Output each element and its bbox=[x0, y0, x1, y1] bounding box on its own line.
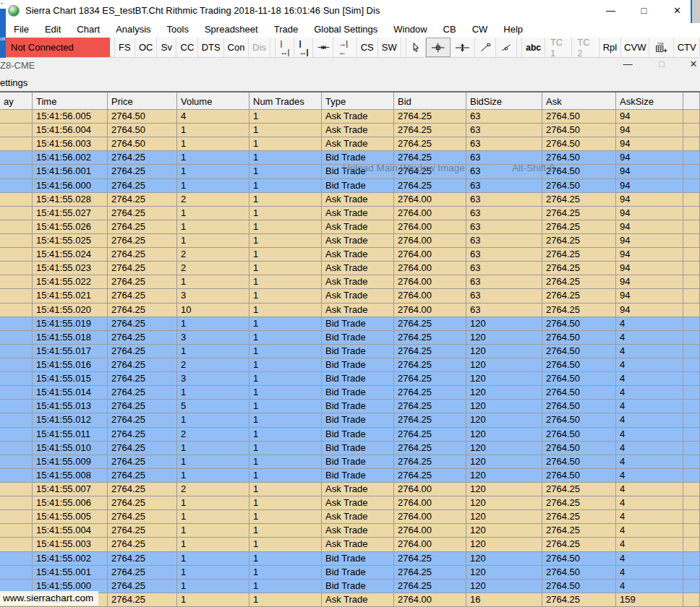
cell-ask: 2764.50 bbox=[542, 552, 616, 566]
cell-type: Ask Trade bbox=[322, 220, 394, 234]
cell-bid-size: 120 bbox=[466, 358, 542, 372]
header-price[interactable]: Price bbox=[108, 92, 177, 109]
cell-type: Bid Trade bbox=[322, 358, 394, 372]
disconnect-button[interactable]: Dis bbox=[249, 38, 270, 57]
menu-trade[interactable]: Trade bbox=[266, 22, 306, 38]
tc1-button[interactable]: TC 1 bbox=[545, 38, 572, 57]
scale-compress-icon[interactable]: ⇥⇤ bbox=[313, 38, 333, 57]
header-time[interactable]: Time bbox=[33, 92, 108, 109]
cell-volume: 1 bbox=[177, 275, 249, 289]
cell-type: Ask Trade bbox=[322, 496, 394, 510]
cs-button[interactable]: CS bbox=[357, 38, 378, 57]
cell-type: Ask Trade bbox=[322, 248, 394, 262]
trendline-tool-icon[interactable] bbox=[475, 38, 496, 57]
cell-time: 15:41:55.023 bbox=[33, 262, 108, 275]
time-sales-window-title: Z8-CME bbox=[0, 60, 35, 71]
cell-bid: 2764.00 bbox=[394, 262, 466, 275]
menu-spreadsheet[interactable]: Spreadsheet bbox=[197, 22, 266, 38]
header-day[interactable]: ay bbox=[0, 92, 33, 109]
cell-price: 2764.25 bbox=[108, 193, 177, 207]
table-row: 15:41:55.0022764.2511Bid Trade2764.25120… bbox=[0, 552, 700, 566]
oc-button[interactable]: OC bbox=[135, 38, 158, 57]
child-menu-settings[interactable]: ettings bbox=[0, 77, 27, 88]
cell-bid-size: 120 bbox=[466, 400, 542, 413]
menu-global-settings[interactable]: Global Settings bbox=[306, 22, 385, 38]
header-bid[interactable]: Bid bbox=[394, 92, 466, 109]
fs-button[interactable]: FS bbox=[114, 38, 135, 57]
close-button[interactable]: ✕ bbox=[661, 0, 693, 22]
ctv-button[interactable]: CTV bbox=[674, 38, 700, 57]
menu-analysis[interactable]: Analysis bbox=[108, 22, 158, 38]
cell-volume: 1 bbox=[177, 510, 249, 524]
cell-spacer bbox=[683, 510, 700, 524]
child-close-button[interactable]: ✕ bbox=[683, 58, 700, 71]
connect-button[interactable]: Con bbox=[224, 38, 249, 57]
scale-expand-icon[interactable]: |↔| bbox=[294, 38, 313, 57]
sv-button[interactable]: Sv bbox=[157, 38, 176, 57]
tc2-button[interactable]: TC 2 bbox=[572, 38, 599, 57]
table-row: 15:41:55.0142764.2511Bid Trade2764.25120… bbox=[0, 386, 700, 400]
menu-help[interactable]: Help bbox=[495, 22, 531, 38]
child-minimize-button[interactable]: — bbox=[617, 58, 639, 71]
header-bidsize[interactable]: BidSize bbox=[466, 92, 542, 109]
menu-tools[interactable]: Tools bbox=[159, 22, 197, 38]
cell-price: 2764.25 bbox=[108, 496, 177, 510]
pointer-tool-icon[interactable] bbox=[406, 38, 427, 57]
cell-day bbox=[0, 165, 33, 178]
menu-edit[interactable]: Edit bbox=[37, 22, 69, 38]
dts-button[interactable]: DTS bbox=[198, 38, 224, 57]
text-tool-button[interactable]: abc bbox=[521, 38, 545, 57]
header-num-trades[interactable]: Num Trades bbox=[249, 92, 322, 109]
menu-cb[interactable]: CB bbox=[435, 22, 464, 38]
cell-bid: 2764.00 bbox=[394, 304, 466, 317]
maximize-button[interactable]: □ bbox=[628, 0, 660, 22]
scale-range-icon[interactable]: |↔| bbox=[275, 38, 294, 57]
cell-day bbox=[0, 386, 33, 400]
cell-time: 15:41:55.018 bbox=[33, 331, 108, 345]
minimize-button[interactable]: — bbox=[594, 0, 627, 22]
table-header-row: ay Time Price Volume Num Trades Type Bid… bbox=[0, 91, 700, 110]
cell-bid: 2764.25 bbox=[394, 469, 466, 483]
cvw-button[interactable]: CVW bbox=[621, 38, 649, 57]
ray-tool-icon[interactable] bbox=[496, 38, 517, 57]
cell-type: Ask Trade bbox=[322, 234, 394, 248]
tvw-grid-icon[interactable]: TVW bbox=[649, 38, 674, 57]
cell-num-trades: 1 bbox=[249, 386, 322, 400]
cell-num-trades: 1 bbox=[249, 220, 322, 234]
menu-chart[interactable]: Chart bbox=[69, 22, 108, 38]
cell-spacer bbox=[683, 262, 700, 275]
table-row: 15:41:55.0062764.2511Ask Trade2764.00120… bbox=[0, 496, 700, 510]
scale-narrow-icon[interactable]: →|← bbox=[333, 38, 357, 57]
header-asksize[interactable]: AskSize bbox=[616, 92, 683, 109]
cell-num-trades: 1 bbox=[249, 372, 322, 386]
chart-values-tool-icon[interactable] bbox=[451, 38, 475, 57]
cell-price: 2764.25 bbox=[108, 524, 177, 538]
cell-bid: 2764.25 bbox=[394, 110, 466, 124]
header-ask[interactable]: Ask bbox=[542, 92, 616, 109]
cell-volume: 1 bbox=[177, 538, 249, 551]
child-maximize-button[interactable]: □ bbox=[651, 58, 673, 71]
cc-button[interactable]: CC bbox=[176, 38, 198, 57]
cell-type: Bid Trade bbox=[322, 179, 394, 193]
connection-status-badge: Not Connected bbox=[5, 38, 110, 57]
cell-bid: 2764.00 bbox=[394, 538, 466, 551]
cell-spacer bbox=[683, 304, 700, 317]
cell-spacer bbox=[683, 413, 700, 427]
cell-type: Bid Trade bbox=[322, 413, 394, 427]
cell-spacer bbox=[683, 400, 700, 413]
background-sliver bbox=[692, 0, 700, 23]
menu-window[interactable]: Window bbox=[385, 22, 435, 38]
cell-bid: 2764.25 bbox=[394, 413, 466, 427]
cell-ask-size: 4 bbox=[616, 538, 683, 551]
cell-day bbox=[0, 289, 33, 303]
header-volume[interactable]: Volume bbox=[177, 92, 249, 109]
cell-ask-size: 4 bbox=[616, 566, 683, 580]
menu-file[interactable]: File bbox=[6, 22, 37, 38]
header-type[interactable]: Type bbox=[322, 92, 394, 109]
crosshair-tool-icon[interactable] bbox=[426, 38, 450, 57]
replay-button[interactable]: Rpl bbox=[599, 38, 622, 57]
sw-button[interactable]: SW bbox=[378, 38, 401, 57]
menu-cw[interactable]: CW bbox=[464, 22, 496, 38]
cell-ask-size: 94 bbox=[616, 124, 683, 137]
cell-ask: 2764.25 bbox=[542, 593, 616, 607]
